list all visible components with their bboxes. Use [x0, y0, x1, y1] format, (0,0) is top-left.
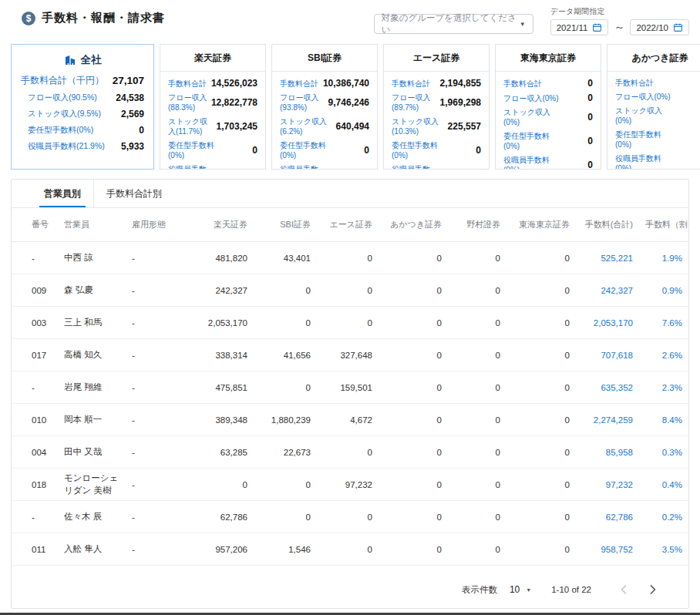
stat-label: ストック収入(11.7%) — [168, 116, 214, 136]
stat-row: 役職員手数料(0%)0 — [503, 155, 593, 170]
table-row[interactable]: 018モンローシェリダン 美樹-0097,23200097,2320.4% — [12, 469, 688, 501]
period-from-input[interactable]: 2021/11 — [550, 19, 609, 35]
page-size-label: 表示件数 — [462, 584, 497, 596]
broker-card-body: 手数料合計10,386,740フロー収入(93.8%)9,746,246ストック… — [272, 72, 377, 170]
stat-label: フロー収入(0%) — [503, 93, 559, 103]
table-cell: 0 — [379, 286, 448, 295]
table-row[interactable]: -中西 諒-481,82043,4010000525,2211.9% — [12, 242, 688, 274]
stat-value: 225,557 — [448, 121, 481, 132]
stat-label: 役職員手数料(0%) — [503, 155, 560, 170]
page-title: 手数料・報酬・請求書 — [42, 11, 165, 25]
stat-label: 手数料合計 — [392, 79, 430, 89]
table-row[interactable]: -岩尾 翔維-475,8510159,501000635,3522.3% — [12, 371, 688, 404]
stat-row: 手数料合計2,194,855 — [392, 78, 481, 89]
stat-label: 手数料合計 — [168, 79, 207, 89]
table-row[interactable]: 017高橋 知久-338,31441,656327,648000707,6182… — [12, 339, 688, 371]
table-body: -中西 諒-481,82043,4010000525,2211.9%009森 弘… — [12, 242, 688, 566]
table-cell: 0 — [448, 512, 506, 522]
broker-card-title: あかつき証券 — [607, 45, 700, 72]
table-cell: 0 — [379, 480, 448, 489]
table-cell: モンローシェリダン 美樹 — [58, 472, 126, 496]
table-row[interactable]: -佐々木 辰-62,7860000062,7860.2% — [12, 501, 688, 533]
group-select[interactable]: 対象のグループを選択してください ▼ — [374, 14, 533, 34]
table-cell: 2,053,170 — [576, 318, 639, 328]
table-cell: - — [126, 512, 180, 522]
broker-summary-card: 東海東京証券手数料合計0フロー収入(0%)0ストック収入(0%)0委任型手数料(… — [495, 44, 601, 170]
table-cell: 957,206 — [180, 545, 254, 554]
table-cell: 0 — [506, 286, 576, 295]
table-cell: 0 — [317, 318, 379, 328]
stat-value: 1,969,298 — [440, 97, 481, 108]
stat-row: 役職員手数料(0%) — [615, 153, 700, 170]
table-cell: - — [126, 545, 180, 554]
table-cell: 0 — [254, 286, 317, 295]
table-cell: 岡本 順一 — [58, 414, 126, 426]
money-logo-icon: $ — [22, 12, 35, 25]
app-screen: $ 手数料・報酬・請求書 対象のグループを選択してください ▼ データ期間指定 … — [0, 0, 700, 609]
table-cell: 0 — [448, 415, 506, 425]
stat-row: 委任型手数料(0%)0 — [503, 131, 593, 151]
table-cell: - — [126, 254, 180, 263]
stat-label: フロー収入(88.3%) — [168, 92, 208, 113]
table-row[interactable]: 003三上 和馬-2,053,170000002,053,1707.6% — [12, 307, 688, 339]
tab-by-salesperson[interactable]: 営業員別 — [32, 180, 93, 207]
stat-value: 9,746,246 — [328, 97, 369, 108]
page-title-group: $ 手数料・報酬・請求書 — [22, 5, 165, 25]
stat-label: 手数料合計 — [503, 79, 542, 89]
table-cell: 010 — [12, 415, 58, 425]
summary-cards: 全社 手数料合計（千円） 27,107 フロー収入(90.5%) 24,538 … — [0, 40, 700, 170]
caret-down-icon: ▼ — [526, 587, 531, 593]
column-header: 野村證券 — [448, 219, 506, 230]
table-cell: - — [126, 286, 180, 295]
table-cell: 0 — [448, 448, 506, 457]
stat-label: 委任型手数料(0%) — [168, 140, 225, 160]
stat-row: フロー収入(93.8%)9,746,246 — [280, 92, 369, 113]
stat-label: フロー収入(93.8%) — [280, 92, 325, 113]
stat-label: フロー収入(90.5%) — [28, 92, 97, 103]
table-cell: 389,348 — [180, 415, 254, 425]
period-to-value: 2022/10 — [636, 23, 668, 32]
table-header: 番号営業員雇用形態楽天証券SBI証券エース証券あかつき証券野村證券東海東京証券手… — [12, 208, 688, 242]
stat-label: 役職員手数料(0%) — [615, 153, 672, 170]
stat-value: 640,494 — [336, 121, 369, 132]
table-cell: 0 — [448, 351, 506, 360]
table-row[interactable]: 009森 弘慶-242,32700000242,3270.9% — [12, 274, 688, 307]
next-page-button[interactable] — [644, 580, 662, 599]
table-row[interactable]: 011入舩 隼人-957,2061,5460000958,7523.5% — [12, 533, 688, 566]
tab-by-fee-total[interactable]: 手数料合計別 — [93, 180, 174, 207]
period-to-input[interactable]: 2022/10 — [630, 19, 689, 35]
table-cell: 0 — [379, 351, 448, 360]
period-from-value: 2021/11 — [557, 23, 588, 32]
tabs: 営業員別 手数料合計別 — [12, 180, 688, 208]
table-cell: 003 — [12, 318, 58, 328]
stat-label: フロー収入(89.7%) — [392, 92, 437, 113]
table-row[interactable]: 010岡本 順一-389,3481,880,2394,6720002,274,2… — [12, 404, 688, 436]
table-cell: 2.6% — [639, 351, 688, 360]
caret-down-icon: ▼ — [520, 21, 526, 28]
table-cell: 635,352 — [576, 383, 639, 392]
table-cell: - — [126, 383, 180, 392]
table-cell: 0.9% — [639, 286, 688, 295]
table-cell: 0 — [254, 480, 317, 489]
column-header: 営業員 — [58, 219, 126, 230]
table-cell: 0 — [448, 318, 506, 328]
stat-row: ストック収入(10.3%)225,557 — [392, 116, 481, 136]
company-card-title: 全社 — [81, 53, 102, 67]
column-header: あかつき証券 — [379, 219, 448, 230]
stat-row: 委任型手数料(0%)0 — [280, 140, 369, 160]
stat-value: 0 — [587, 112, 593, 123]
table-cell: 0 — [317, 512, 379, 522]
table-cell: 242,327 — [576, 286, 639, 295]
table-cell: 0 — [379, 512, 448, 522]
table-cell: 2,053,170 — [180, 318, 254, 328]
table-cell: - — [126, 351, 180, 360]
table-cell: 0 — [317, 254, 379, 263]
broker-card-body: 手数料合計0フロー収入(0%)0ストック収入(0%)0委任型手数料(0%)0役職… — [496, 72, 601, 170]
page-size-select[interactable]: 10 ▼ — [510, 584, 531, 595]
table-row[interactable]: 004田中 又哉-63,28522,673000085,9580.3% — [12, 436, 688, 469]
table-cell: 242,327 — [180, 286, 254, 295]
table-cell: 327,648 — [317, 351, 379, 360]
prev-page-button[interactable] — [614, 580, 633, 599]
stat-row: 手数料合計 — [615, 78, 700, 88]
table-cell: 2,274,259 — [576, 415, 639, 425]
